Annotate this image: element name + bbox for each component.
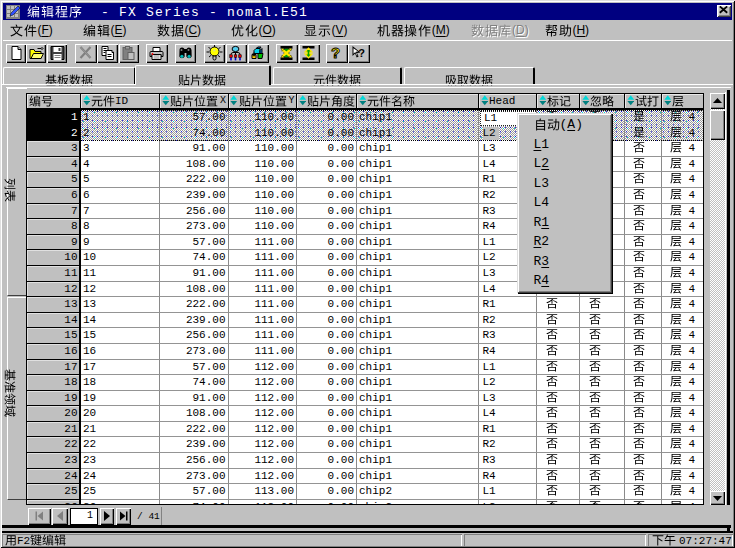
svg-text:?: ? — [358, 47, 365, 59]
svg-text:?: ? — [331, 45, 340, 61]
